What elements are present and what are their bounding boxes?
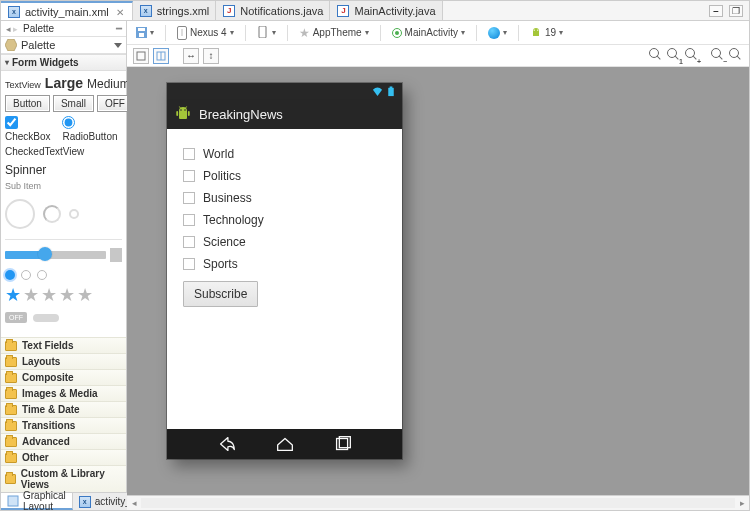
subscribe-button[interactable]: Subscribe [183,281,258,307]
checkbox-icon [183,236,195,248]
switch-sample[interactable]: OFF [5,308,122,323]
seekbar-sample[interactable] [5,246,122,264]
drawer-label: Time & Date [22,404,80,415]
progress-small-icon [69,209,79,219]
drawer-layouts[interactable]: Layouts [1,353,126,369]
back-nav-icon[interactable] [216,433,238,455]
checkbox-sports[interactable]: Sports [183,253,386,275]
drawer-text-fields[interactable]: Text Fields [1,337,126,353]
svg-rect-14 [188,111,190,116]
back-icon[interactable]: ◂ [5,24,12,34]
divider [5,239,122,240]
separator [165,25,166,41]
svg-rect-5 [259,26,266,38]
drawer-other[interactable]: Other [1,449,126,465]
svg-rect-4 [139,33,144,37]
tab-strings-xml[interactable]: x strings.xml [133,1,217,20]
checkbox-world[interactable]: World [183,143,386,165]
drawer-label: Advanced [22,436,70,447]
nav-arrows: ◂ ▸ [5,24,19,34]
star-icon: ★ [299,26,310,40]
chevron-down-icon[interactable] [114,40,122,50]
orientation-dropdown[interactable]: ▾ [254,25,279,41]
theme-label: AppTheme [313,27,362,38]
home-nav-icon[interactable] [274,433,296,455]
view-toolbar: ↔ ↕ 1 + − [127,45,749,67]
subitem-sample[interactable]: Sub Item [5,181,122,191]
scroll-track[interactable] [141,498,735,508]
save-dropdown[interactable]: ▾ [133,26,157,39]
maximize-button[interactable]: ❐ [729,5,743,17]
checkbox-technology[interactable]: Technology [183,209,386,231]
drawer-composite[interactable]: Composite [1,369,126,385]
recents-nav-icon[interactable] [332,433,354,455]
spinner-sample[interactable]: Spinner [5,163,122,177]
check-radio-row: CheckBox RadioButton [5,116,122,142]
textview-samples[interactable]: TextView Large Medium Small [5,75,122,91]
checkedtextview-sample[interactable]: CheckedTextView [5,146,122,159]
drawer-time-date[interactable]: Time & Date [1,401,126,417]
activity-dropdown[interactable]: MainActivity ▾ [389,26,468,39]
horizontal-scrollbar[interactable]: ◂ ▸ [127,495,749,510]
phone-icon [177,26,187,40]
radio-dots-sample[interactable] [5,268,122,282]
zoom-in-button[interactable]: + [685,48,699,64]
drawer-label: Transitions [22,420,75,431]
device-dropdown[interactable]: Nexus 4 ▾ [174,25,237,41]
zoom-out-button[interactable]: − [711,48,725,64]
zoom-actual-button[interactable] [729,48,743,64]
expand-width-button[interactable]: ↔ [183,48,199,64]
drawer-transitions[interactable]: Transitions [1,417,126,433]
scroll-left-icon[interactable]: ◂ [127,498,141,508]
checkbox-icon [183,192,195,204]
scroll-right-icon[interactable]: ▸ [735,498,749,508]
chevron-down-icon: ▾ [503,28,507,37]
button-small-sample[interactable]: Small [53,95,94,112]
zoom-fit-button[interactable] [649,48,663,64]
radio-off-icon [37,270,47,280]
design-canvas[interactable]: BreakingNews World Politics Business Tec… [127,67,749,495]
checkbox-politics[interactable]: Politics [183,165,386,187]
forward-icon[interactable]: ▸ [12,24,19,34]
chevron-down-icon: ▾ [230,28,234,37]
toggle-viewport-button[interactable] [133,48,149,64]
section-form-widgets[interactable]: ▾ Form Widgets [1,54,126,71]
java-icon: J [222,4,236,18]
minimize-button[interactable]: ‒ [709,5,723,17]
zoom-reset-button[interactable]: 1 [667,48,681,64]
palette-title: Palette [23,23,116,34]
tab-graphical-layout[interactable]: Graphical Layout [1,493,73,510]
drawer-custom-library[interactable]: Custom & Library Views [1,465,126,492]
progress-circles[interactable] [5,195,122,233]
api-dropdown[interactable]: 19 ▾ [527,26,566,40]
tab-activity-main-xml[interactable]: x activity_main.xml ✕ [1,1,133,20]
button-sample[interactable]: Button [5,95,50,112]
checkbox-science[interactable]: Science [183,231,386,253]
drawer-advanced[interactable]: Advanced [1,433,126,449]
separator [245,25,246,41]
theme-dropdown[interactable]: ★ AppTheme ▾ [296,25,372,41]
drawer-images-media[interactable]: Images & Media [1,385,126,401]
separator [287,25,288,41]
xml-icon: x [139,4,153,18]
radio-off-icon [21,270,31,280]
layout-root[interactable]: World Politics Business Technology Scien… [167,129,402,429]
checkbox-business[interactable]: Business [183,187,386,209]
line-icon: ━ [116,23,122,34]
progress-medium-icon [43,205,61,223]
wifi-icon [372,86,383,97]
locale-dropdown[interactable]: ▾ [485,26,510,40]
tab-mainactivity-java[interactable]: J MainActivity.java [330,1,442,20]
toggle-grid-button[interactable] [153,48,169,64]
folder-icon [5,405,17,415]
checkbox-sample[interactable]: CheckBox [5,116,56,142]
expand-height-button[interactable]: ↕ [203,48,219,64]
radio-sample[interactable]: RadioButton [62,116,122,142]
folder-icon [5,389,17,399]
close-icon[interactable]: ✕ [116,7,126,17]
tab-notifications-java[interactable]: J Notifications.java [216,1,330,20]
zoom-group: 1 + − [649,48,743,64]
ratingbar-sample[interactable]: ★ ★ ★ ★ ★ [5,286,122,304]
svg-point-6 [534,29,535,30]
folder-icon [5,474,16,484]
